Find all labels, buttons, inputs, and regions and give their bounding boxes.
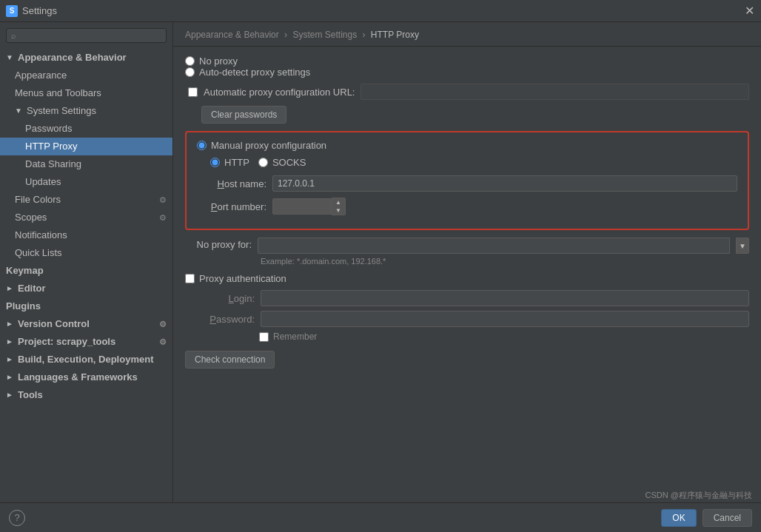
sidebar-item-label: Plugins [6, 299, 41, 314]
expand-arrow: ▼ [6, 50, 15, 65]
no-proxy-dropdown-button[interactable]: ▼ [736, 238, 749, 254]
sidebar-item-updates[interactable]: Updates [0, 173, 172, 191]
remember-checkbox[interactable] [259, 332, 269, 342]
spinner-down-button[interactable]: ▼ [332, 206, 345, 215]
expand-arrow: ► [6, 334, 15, 349]
ok-button[interactable]: OK [661, 509, 696, 527]
sidebar-item-passwords[interactable]: Passwords [0, 120, 172, 138]
password-input[interactable] [261, 311, 749, 327]
port-number-input[interactable] [272, 198, 332, 215]
sidebar-item-label: File Colors [15, 192, 61, 207]
auto-detect-radio[interactable] [185, 67, 195, 77]
bottom-right: OK Cancel [661, 509, 752, 527]
proxy-auth-checkbox[interactable] [185, 274, 195, 283]
breadcrumb-part2: System Settings [292, 30, 357, 40]
port-number-label: Port number: [200, 201, 266, 212]
check-connection-button[interactable]: Check connection [185, 351, 275, 368]
port-number-row: Port number: ▲ ▼ [197, 198, 737, 215]
sidebar-item-plugins[interactable]: Plugins [0, 297, 172, 315]
sidebar-item-editor[interactable]: ► Editor [0, 280, 172, 297]
close-button[interactable]: ✕ [743, 5, 755, 17]
breadcrumb-sep1: › [284, 30, 289, 40]
login-row: Login: [185, 290, 749, 306]
breadcrumb-part1: Appearance & Behavior [185, 30, 279, 40]
socks-label: SOCKS [272, 157, 306, 168]
auto-detect-row: Auto-detect proxy settings [185, 67, 749, 78]
http-radio[interactable] [210, 158, 220, 167]
sidebar-item-appearance[interactable]: Appearance [0, 67, 172, 84]
auto-config-url-input[interactable] [361, 84, 749, 100]
sidebar-item-label: Project: scrapy_tools [18, 334, 115, 349]
socks-radio[interactable] [258, 158, 268, 167]
remember-row: Remember [185, 331, 749, 342]
settings-icon: ⚙ [159, 317, 167, 331]
no-proxy-for-row: No proxy for: ▼ [185, 238, 749, 254]
sidebar-item-version-control[interactable]: ► Version Control ⚙ [0, 315, 172, 333]
no-proxy-for-input[interactable] [258, 238, 730, 254]
proxy-auth-label: Proxy authentication [199, 273, 286, 284]
manual-proxy-box: Manual proxy configuration HTTP SOCKS Ho [185, 131, 749, 230]
sidebar-item-menus-toolbars[interactable]: Menus and Toolbars [0, 84, 172, 102]
title-bar-left: S Settings [6, 5, 57, 17]
sidebar: ⌕ ▼ Appearance & Behavior Appearance Men… [0, 22, 173, 532]
breadcrumb-sep2: › [362, 30, 367, 40]
sidebar-item-build-execution[interactable]: ► Build, Execution, Deployment [0, 351, 172, 368]
spinner-buttons: ▲ ▼ [332, 198, 346, 215]
sidebar-item-data-sharing[interactable]: Data Sharing [0, 155, 172, 173]
proxy-settings-content: No proxy Auto-detect proxy settings Auto… [173, 47, 761, 377]
no-proxy-label: No proxy [199, 55, 238, 67]
sidebar-item-file-colors[interactable]: File Colors ⚙ [0, 191, 172, 209]
proxy-auth-row: Proxy authentication [185, 273, 749, 284]
clear-passwords-button[interactable]: Clear passwords [201, 106, 286, 124]
protocol-row: HTTP SOCKS [197, 157, 737, 168]
cancel-button[interactable]: Cancel [703, 509, 752, 527]
sidebar-item-quick-lists[interactable]: Quick Lists [0, 244, 172, 262]
sidebar-item-languages-frameworks[interactable]: ► Languages & Frameworks [0, 368, 172, 386]
remember-label: Remember [273, 331, 317, 342]
sidebar-item-tools[interactable]: ► Tools [0, 386, 172, 404]
auto-config-checkbox[interactable] [188, 87, 198, 97]
settings-icon: ⚙ [159, 210, 167, 225]
password-label: Password: [200, 314, 255, 325]
expand-arrow: ► [6, 281, 15, 296]
no-proxy-row: No proxy [185, 55, 749, 67]
check-connection-section: Check connection [185, 351, 749, 368]
sidebar-item-label: Notifications [15, 228, 67, 243]
sidebar-item-system-settings[interactable]: ▼ System Settings [0, 102, 172, 120]
search-icon: ⌕ [11, 31, 16, 40]
sidebar-item-label: System Settings [27, 104, 96, 118]
help-button[interactable]: ? [9, 510, 25, 526]
expand-arrow: ► [6, 317, 15, 331]
login-input[interactable] [261, 290, 749, 306]
manual-proxy-title-row: Manual proxy configuration [197, 140, 737, 151]
password-row: Password: [185, 311, 749, 327]
sidebar-item-label: Scopes [15, 210, 47, 225]
port-spinner: ▲ ▼ [272, 198, 346, 215]
sidebar-item-scopes[interactable]: Scopes ⚙ [0, 209, 172, 226]
search-box[interactable]: ⌕ [6, 28, 167, 43]
http-label: HTTP [224, 157, 249, 168]
sidebar-item-http-proxy[interactable]: HTTP Proxy [0, 138, 172, 155]
sidebar-item-label: Passwords [25, 121, 73, 136]
spinner-up-button[interactable]: ▲ [332, 198, 345, 206]
sidebar-item-label: Keymap [6, 263, 44, 278]
manual-proxy-radio[interactable] [197, 141, 207, 150]
host-name-input[interactable] [272, 175, 737, 192]
manual-proxy-label: Manual proxy configuration [211, 140, 326, 151]
expand-arrow: ▼ [15, 104, 24, 118]
settings-icon: ⚙ [159, 192, 167, 207]
title-bar: S Settings ✕ [0, 0, 761, 22]
sidebar-item-notifications[interactable]: Notifications [0, 226, 172, 244]
sidebar-item-label: Build, Execution, Deployment [18, 352, 153, 367]
sidebar-item-label: Version Control [18, 317, 90, 331]
sidebar-item-appearance-behavior[interactable]: ▼ Appearance & Behavior [0, 49, 172, 67]
sidebar-item-label: Tools [18, 388, 43, 403]
sidebar-item-keymap[interactable]: Keymap [0, 262, 172, 280]
settings-icon: ⚙ [159, 334, 167, 349]
app-icon: S [6, 5, 18, 17]
sidebar-item-label: Editor [18, 281, 46, 296]
expand-arrow: ► [6, 370, 15, 385]
auto-detect-label: Auto-detect proxy settings [199, 67, 310, 78]
sidebar-item-project-scrapy[interactable]: ► Project: scrapy_tools ⚙ [0, 333, 172, 351]
no-proxy-radio[interactable] [185, 56, 195, 66]
